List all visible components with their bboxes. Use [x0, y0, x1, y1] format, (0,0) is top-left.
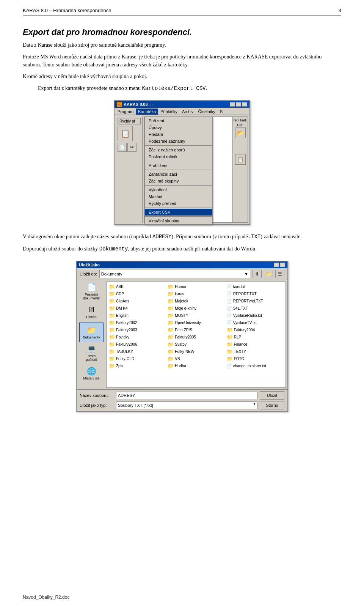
file-item[interactable]: 📁DM K4: [108, 305, 166, 312]
file-item[interactable]: 📁English: [108, 312, 166, 319]
file-item[interactable]: 📁Hudba: [167, 363, 225, 369]
dropdown-hledani[interactable]: Hledání: [145, 131, 212, 138]
file-item[interactable]: 📄S4L.TXT: [226, 305, 284, 312]
recent-docs-icon: 📄: [87, 283, 96, 292]
karas-body: Rychlý př 📋 📄 ✂ Pořízení Úpravy Hledání …: [115, 115, 249, 224]
dialog-toolbar-label: Uložit do:: [80, 272, 97, 276]
file-item[interactable]: 📁MOSTY: [167, 312, 225, 319]
dropdown-mazani[interactable]: Mazání: [145, 193, 212, 200]
menu-archiv[interactable]: Archiv: [180, 109, 196, 115]
dialog-view-btn[interactable]: ☰: [275, 270, 284, 278]
menu-prihlasky[interactable]: Přihlášky: [158, 109, 180, 115]
file-item[interactable]: 📁Faktury2004: [226, 327, 284, 333]
file-item[interactable]: 📁ClipArts: [108, 298, 166, 304]
file-item[interactable]: 📁Majetek: [167, 298, 225, 304]
dialog-nav-up-btn[interactable]: ⬆: [253, 270, 262, 278]
file-name: change_explorer.txt: [233, 364, 266, 368]
folder-icon: 📁: [168, 284, 174, 290]
file-item[interactable]: 📁karas: [167, 291, 225, 297]
dropdown-porizeni[interactable]: Pořízení: [145, 117, 212, 124]
file-name: REPORT.TXT: [233, 292, 257, 296]
sidebar-documents[interactable]: 📁 Dokumenty: [79, 323, 104, 342]
sidebar-my-computer[interactable]: 💻 Tentopočítač: [79, 343, 104, 363]
folder-icon: 📁: [168, 334, 174, 340]
close-icon[interactable]: ×: [242, 102, 247, 107]
sidebar-desktop[interactable]: 🖥 Plocha: [79, 302, 104, 322]
dropdown-sep-2: [145, 161, 212, 161]
dropdown-export-csv[interactable]: Export CSV: [145, 209, 212, 216]
filetype-value[interactable]: Soubory TXT [*.txt]: [116, 401, 257, 409]
filename-input[interactable]: [116, 392, 257, 399]
dropdown-rychly-prehled[interactable]: Rychlý přehled: [145, 200, 212, 207]
right-label-2: Úpr.: [237, 123, 243, 127]
menu-s[interactable]: S: [218, 109, 225, 115]
file-item[interactable]: 📁Faktury2002: [108, 320, 166, 326]
file-item[interactable]: 📁Moje e-knihy: [167, 305, 225, 312]
karas-screenshot-container: 🦁 KARAS 8.08 --- _ □ × Program Kartotéka…: [23, 100, 341, 225]
menu-program[interactable]: Program: [115, 109, 136, 115]
dropdown-podezrele[interactable]: Podezřelé záznamy: [145, 138, 212, 145]
maximize-icon[interactable]: □: [236, 102, 241, 107]
file-name: REPORTvhd.TXT: [233, 299, 263, 303]
toolbar-btn-1[interactable]: 📄: [118, 143, 127, 152]
file-item[interactable]: 📁VB: [167, 356, 225, 362]
dialog-new-folder-btn[interactable]: 📁: [264, 270, 273, 278]
file-name: OpenUniversity: [175, 321, 201, 325]
dropdown-virtualni[interactable]: Virtuální skupiny: [145, 217, 212, 224]
section2-p1-after: ). Příponu souboru: [171, 234, 211, 239]
file-item[interactable]: 📁RLP: [226, 334, 284, 340]
menu-ciselniky[interactable]: Číselníky: [196, 109, 217, 115]
dropdown-upravy[interactable]: Úpravy: [145, 124, 212, 131]
file-item[interactable]: 📁Fotky-NEW: [167, 348, 225, 355]
toolbar-btn-2[interactable]: ✂: [127, 143, 136, 152]
file-item[interactable]: 📁Povidky: [108, 334, 166, 340]
dropdown-zaci-skupiny[interactable]: Žáci mé skupiny: [145, 178, 212, 184]
file-item[interactable]: 📁TEXTY: [226, 348, 284, 355]
file-item[interactable]: 📄kurs.txt: [226, 283, 284, 290]
menu-kartoteka[interactable]: Kartotéka: [136, 109, 158, 115]
minimize-icon[interactable]: _: [230, 102, 235, 107]
file-name: Finance: [234, 342, 248, 346]
file-item[interactable]: 📁FOTO: [226, 356, 284, 362]
file-item[interactable]: 📄VysilaceTV.txt: [226, 320, 284, 326]
dropdown-zahranicni[interactable]: Zahraniční žáci: [145, 171, 212, 178]
file-item[interactable]: 📁Fotky-OLD: [108, 356, 166, 362]
file-item[interactable]: 📁Peta ZPIS: [167, 327, 225, 333]
file-item[interactable]: 📁CDP: [108, 291, 166, 297]
file-item[interactable]: 📄REPORT.TXT: [226, 291, 284, 297]
file-item[interactable]: 📁Finance: [226, 341, 284, 348]
dialog-filelist: 📁ABB📁Humor📄kurs.txt📁CDP📁karas📄REPORT.TXT…: [106, 282, 286, 388]
file-item[interactable]: 📁Humor: [167, 283, 225, 290]
file-item[interactable]: 📁Svatby: [167, 341, 225, 348]
right-icon-2: 📋: [235, 154, 246, 165]
file-item[interactable]: 📁ABB: [108, 283, 166, 290]
file-item[interactable]: 📁Faktury2005: [167, 334, 225, 340]
file-item[interactable]: 📄REPORTvhd.TXT: [226, 298, 284, 304]
file-item[interactable]: 📄VysilaceRadio.txt: [226, 312, 284, 319]
folder-icon: 📁: [109, 298, 115, 304]
karas-window: 🦁 KARAS 8.08 --- _ □ × Program Kartotéka…: [114, 100, 250, 225]
save-button[interactable]: Uložit: [260, 391, 284, 400]
filename-row: Název souboru: Uložit: [80, 391, 284, 400]
file-name: Peta ZPIS: [175, 328, 192, 332]
file-item[interactable]: 📁Žpis: [108, 363, 166, 369]
karas-titlebar: 🦁 KARAS 8.08 --- _ □ ×: [115, 101, 249, 108]
dropdown-vylouceni[interactable]: Vyloučení: [145, 186, 212, 193]
cancel-button[interactable]: Storno: [260, 401, 284, 409]
file-name: Faktury2005: [175, 335, 196, 339]
file-item[interactable]: 📁Faktury2006: [108, 341, 166, 348]
dropdown-posledni-rocnik[interactable]: Poslední ročník: [145, 153, 212, 160]
dialog-location-select[interactable]: Dokumenty ▼: [99, 270, 250, 278]
file-name: karas: [175, 292, 184, 296]
file-item[interactable]: 📁OpenUniversity: [167, 320, 225, 326]
dialog-help-btn[interactable]: ?: [274, 263, 279, 267]
file-item[interactable]: 📄change_explorer.txt: [226, 363, 284, 369]
sidebar-recent-docs[interactable]: 📄 Poslednídokumenty: [79, 282, 104, 301]
dialog-close-btn[interactable]: ×: [280, 263, 285, 267]
file-item[interactable]: 📁TABULKY: [108, 348, 166, 355]
dropdown-prohledani[interactable]: Prohlížení: [145, 162, 212, 169]
file-item[interactable]: 📁Faktury2003: [108, 327, 166, 333]
dropdown-zaci-obory[interactable]: Žáci z našich oborů: [145, 146, 212, 153]
sidebar-network[interactable]: 🌐 Místa v síti: [79, 364, 104, 383]
filetype-select-wrap: Soubory TXT [*.txt]: [116, 401, 257, 409]
